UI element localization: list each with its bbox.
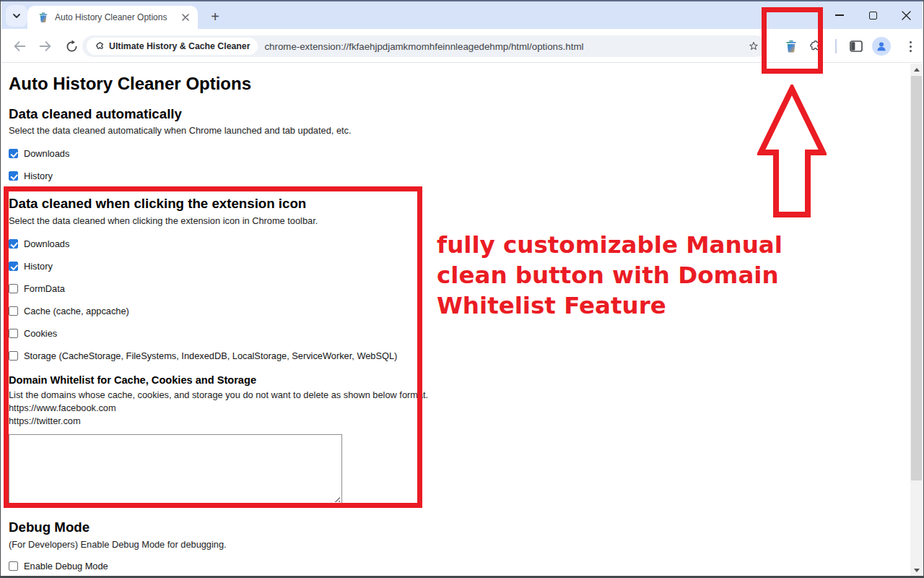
options-page: Auto History Cleaner Options Data cleane…	[1, 64, 910, 576]
browser-window: Auto History Cleaner Options +	[0, 0, 924, 578]
checkbox-label: Storage (CacheStorage, FileSystems, Inde…	[24, 350, 397, 361]
side-panel-button[interactable]	[849, 39, 863, 53]
extension-trash-button[interactable]	[784, 39, 798, 53]
tab-search-button[interactable]	[6, 5, 27, 27]
extension-chip-icon	[95, 41, 105, 51]
maximize-icon	[869, 12, 877, 20]
vertical-scrollbar[interactable]	[910, 64, 923, 576]
triangle-up-icon	[914, 68, 920, 72]
whitelist-heading: Domain Whitelist for Cache, Cookies and …	[9, 374, 910, 387]
browser-menu-button[interactable]	[903, 39, 918, 53]
window-maximize-button[interactable]	[862, 4, 884, 26]
kebab-icon	[910, 41, 912, 52]
scroll-up-button[interactable]	[910, 64, 923, 75]
debug-mode-checkbox[interactable]	[9, 561, 18, 571]
checkbox-label: Enable Debug Mode	[24, 561, 108, 571]
url-text: chrome-extension://fkfaehjpdjamkmomhfein…	[264, 41, 583, 52]
window-frame-top	[1, 0, 923, 1]
triangle-down-icon	[914, 569, 920, 572]
bookmark-star-button[interactable]	[748, 40, 759, 52]
click-cache-checkbox[interactable]	[9, 306, 18, 316]
checkbox-row: FormData	[9, 283, 910, 294]
auto-section-heading: Data cleaned automatically	[9, 106, 910, 122]
address-bar[interactable]: Ultimate History & Cache Cleaner chrome-…	[82, 35, 766, 57]
side-panel-icon	[849, 39, 863, 53]
whitelist-textarea-wrap	[9, 434, 342, 504]
forward-arrow-icon	[38, 38, 53, 54]
click-cookies-checkbox[interactable]	[9, 329, 18, 338]
back-button[interactable]	[11, 38, 28, 55]
click-storage-checkbox[interactable]	[9, 351, 18, 361]
chevron-down-icon	[12, 11, 22, 21]
checkbox-row: Downloads	[9, 238, 910, 249]
checkbox-label: FormData	[24, 283, 65, 294]
checkbox-label: History	[24, 261, 53, 272]
checkbox-row: Cache (cache, appcache)	[9, 306, 910, 316]
checkbox-label: Cache (cache, appcache)	[24, 306, 129, 316]
toolbar-separator	[835, 39, 837, 53]
debug-description: (For Developers) Enable Debug Mode for d…	[9, 539, 910, 551]
extension-chip-label: Ultimate History & Cache Cleaner	[109, 41, 250, 51]
debug-heading: Debug Mode	[9, 519, 910, 535]
click-section-heading: Data cleaned when clicking the extension…	[9, 196, 910, 212]
trash-icon	[784, 39, 798, 53]
window-close-button[interactable]	[895, 4, 917, 26]
click-history-checkbox[interactable]	[9, 262, 18, 271]
checkbox-row: Downloads	[9, 148, 910, 159]
close-icon	[182, 14, 189, 21]
checkbox-label: Downloads	[24, 238, 69, 249]
whitelist-example-domain: https://www.facebook.com	[9, 402, 910, 414]
reload-button[interactable]	[63, 38, 80, 55]
whitelist-textarea[interactable]	[9, 434, 342, 504]
window-minimize-button[interactable]	[829, 4, 850, 26]
click-downloads-checkbox[interactable]	[9, 239, 18, 249]
new-tab-button[interactable]: +	[206, 8, 224, 25]
click-section-description: Select the data cleaned when clicking th…	[9, 215, 910, 227]
click-formdata-checkbox[interactable]	[9, 284, 18, 293]
checkbox-row: Storage (CacheStorage, FileSystems, Inde…	[9, 350, 910, 361]
close-icon	[902, 11, 911, 20]
back-arrow-icon	[12, 38, 27, 54]
minimize-icon	[835, 14, 844, 16]
checkbox-row: Enable Debug Mode	[9, 561, 910, 571]
extensions-menu-button[interactable]	[808, 39, 822, 53]
forward-button[interactable]	[37, 38, 54, 55]
checkbox-label: History	[24, 171, 53, 181]
tab-title: Auto History Cleaner Options	[55, 12, 173, 22]
puzzle-icon	[808, 39, 822, 53]
browser-tab[interactable]: Auto History Cleaner Options	[27, 6, 198, 29]
checkbox-row: History	[9, 171, 910, 181]
checkbox-row: History	[9, 261, 910, 272]
checkbox-row: Cookies	[9, 328, 910, 339]
whitelist-description: List the domains whose cache, cookies, a…	[9, 389, 910, 401]
checkbox-label: Downloads	[24, 148, 69, 159]
scrollbar-thumb[interactable]	[911, 76, 922, 480]
extension-name-chip[interactable]: Ultimate History & Cache Cleaner	[87, 38, 258, 55]
tab-close-button[interactable]	[179, 11, 192, 24]
tab-strip: Auto History Cleaner Options +	[1, 1, 923, 29]
reload-icon	[64, 39, 79, 54]
auto-downloads-checkbox[interactable]	[9, 149, 18, 158]
profile-avatar-button[interactable]	[872, 37, 891, 56]
auto-section-description: Select the data cleaned automatically wh…	[9, 125, 910, 137]
page-title: Auto History Cleaner Options	[9, 74, 910, 95]
whitelist-example-domain: https://twitter.com	[9, 415, 910, 427]
scroll-down-button[interactable]	[910, 564, 923, 576]
star-icon	[748, 40, 759, 52]
tab-favicon-trash-icon	[38, 12, 49, 23]
auto-history-checkbox[interactable]	[9, 171, 18, 181]
person-icon	[875, 40, 888, 53]
checkbox-label: Cookies	[24, 328, 57, 339]
